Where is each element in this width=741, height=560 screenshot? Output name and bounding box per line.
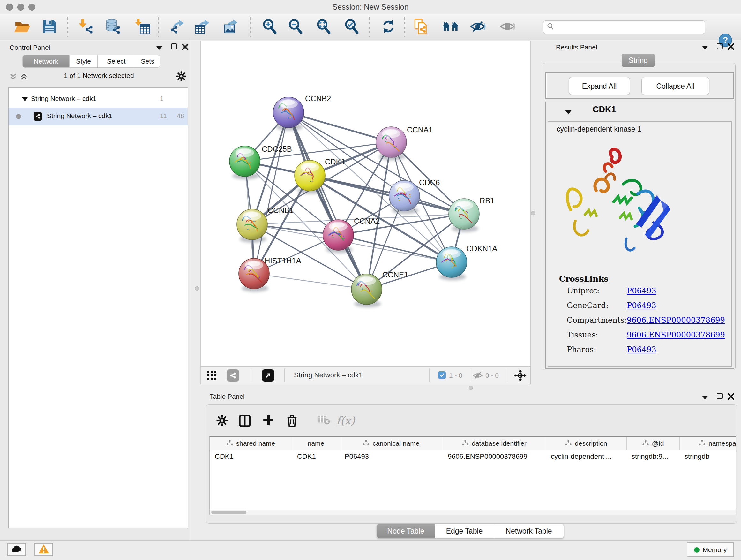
table-panel-undock-icon[interactable] <box>717 393 723 400</box>
table-panel-float-icon[interactable] <box>702 395 708 401</box>
column-header--id[interactable]: @id <box>626 437 679 450</box>
results-panel-undock-icon[interactable] <box>717 43 723 51</box>
collapse-all-tree-icon[interactable] <box>9 72 17 82</box>
add-column-icon[interactable] <box>262 414 274 426</box>
open-in-window-icon[interactable] <box>262 369 274 381</box>
network-node-ccna2[interactable] <box>323 220 354 253</box>
network-node-rb1[interactable] <box>449 199 479 232</box>
open-session-button[interactable] <box>13 17 31 37</box>
tab-select[interactable]: Select <box>98 55 135 68</box>
crosslink-value-link[interactable]: 9606.ENSP00000378699 <box>627 330 725 339</box>
right-splitter-handle[interactable] <box>531 211 535 215</box>
hidden-eye-icon[interactable] <box>473 371 483 381</box>
network-edge[interactable] <box>310 176 464 214</box>
table-cell[interactable]: stringdb <box>679 450 736 463</box>
left-splitter-handle[interactable] <box>195 287 199 291</box>
tab-node-table[interactable]: Node Table <box>377 523 435 538</box>
crosslink-value-link[interactable]: P06493 <box>627 301 657 310</box>
export-network-button[interactable] <box>168 17 186 37</box>
table-horizontal-scrollbar[interactable] <box>210 509 736 515</box>
control-panel-close-icon[interactable] <box>181 43 189 52</box>
delete-column-icon[interactable] <box>286 414 298 428</box>
table-cell[interactable]: stringdb:9... <box>626 450 679 463</box>
crosslink-value-link[interactable]: 9606.ENSP00000378699 <box>627 316 725 325</box>
column-header-name[interactable]: name <box>292 437 340 450</box>
column-header-canonical-name[interactable]: canonical name <box>340 437 443 450</box>
network-node-ccna1[interactable] <box>376 127 407 160</box>
table-cell[interactable]: cyclin-dependent ... <box>546 450 626 463</box>
zoom-selected-button[interactable] <box>343 17 360 37</box>
import-table-button[interactable] <box>133 17 151 37</box>
protein-collapse-icon[interactable] <box>565 110 571 116</box>
crosslink-value-link[interactable]: P06493 <box>627 287 657 295</box>
string-network-graph[interactable]: CCNB2CCNA1CDC25BCDK1CDC6RB1CCNB1CCNA2CDK… <box>201 41 530 366</box>
clone-network-button[interactable] <box>412 17 430 37</box>
control-panel-undock-icon[interactable] <box>171 44 177 51</box>
zoom-in-button[interactable] <box>261 17 279 37</box>
home-button[interactable] <box>442 17 460 37</box>
tab-sets[interactable]: Sets <box>135 55 160 68</box>
network-row-selected[interactable]: String Network – cdk1 11 48 <box>9 108 188 125</box>
import-database-button[interactable] <box>104 17 122 37</box>
scrollbar-thumb[interactable] <box>211 510 246 514</box>
table-panel-close-icon[interactable] <box>727 393 735 401</box>
tab-network[interactable]: Network <box>22 55 70 68</box>
network-options-gear-icon[interactable] <box>176 71 187 83</box>
grid-view-icon[interactable] <box>207 371 217 381</box>
table-settings-gear-icon[interactable] <box>216 414 228 427</box>
column-header-shared-name[interactable]: shared name <box>210 437 292 450</box>
network-node-ccnb2[interactable] <box>273 97 304 131</box>
network-collection-row[interactable]: String Network – cdk1 1 <box>9 91 188 108</box>
table-cell[interactable]: CDK1 <box>292 450 340 463</box>
column-header-database-identifier[interactable]: database identifier <box>443 437 546 450</box>
zoom-fit-button[interactable] <box>315 17 333 37</box>
network-share-view-icon[interactable] <box>227 369 239 381</box>
column-header-description[interactable]: description <box>546 437 626 450</box>
node-table[interactable]: shared namenamecanonical namedatabase id… <box>209 436 736 515</box>
tab-network-table[interactable]: Network Table <box>494 523 564 538</box>
show-columns-icon[interactable] <box>238 414 252 428</box>
zoom-out-button[interactable] <box>286 17 305 37</box>
network-view-canvas[interactable]: CCNB2CCNA1CDC25BCDK1CDC6RB1CCNB1CCNA2CDK… <box>200 41 531 366</box>
network-edge[interactable] <box>254 112 288 273</box>
export-image-button[interactable] <box>222 17 240 37</box>
tab-edge-table[interactable]: Edge Table <box>435 523 494 538</box>
network-node-cdkn1a[interactable] <box>436 247 467 280</box>
results-tab-string[interactable]: String <box>622 54 655 67</box>
expand-all-tree-icon[interactable] <box>20 72 28 82</box>
save-session-button[interactable] <box>41 17 58 37</box>
column-header-namespace[interactable]: namespace <box>679 437 736 450</box>
network-node-ccne1[interactable] <box>351 274 382 307</box>
control-panel-float-icon[interactable] <box>156 45 162 51</box>
search-input[interactable] <box>554 23 695 31</box>
refresh-layout-button[interactable] <box>380 17 397 37</box>
birdseye-navigator-icon[interactable] <box>514 369 526 383</box>
table-cell[interactable]: P06493 <box>340 450 443 463</box>
network-node-cdk1[interactable] <box>294 160 325 194</box>
control-panel-title: Control Panel <box>10 44 50 51</box>
network-node-ccnb1[interactable] <box>237 209 267 243</box>
results-panel-close-icon[interactable] <box>727 43 735 52</box>
tab-style[interactable]: Style <box>70 55 98 68</box>
crosslink-value-link[interactable]: P06493 <box>627 345 657 354</box>
selected-checkbox[interactable] <box>438 371 446 379</box>
table-cell[interactable]: 9606.ENSP00000378699 <box>443 450 546 463</box>
memory-button[interactable]: Memory <box>687 543 734 557</box>
network-edge[interactable] <box>288 112 391 142</box>
collapse-all-button[interactable]: Collapse All <box>642 77 710 95</box>
show-panel-button[interactable] <box>498 17 516 37</box>
cloud-status-button[interactable] <box>7 543 26 556</box>
horizontal-splitter-handle[interactable] <box>469 386 473 390</box>
results-panel-float-icon[interactable] <box>702 45 708 51</box>
import-network-button[interactable] <box>77 17 95 37</box>
network-edge[interactable] <box>338 235 452 262</box>
export-table-button[interactable] <box>193 17 211 37</box>
network-node-cdc25b[interactable] <box>229 146 260 179</box>
expand-all-button[interactable]: Expand All <box>569 77 630 95</box>
warning-status-button[interactable] <box>35 543 53 556</box>
table-cell[interactable]: CDK1 <box>210 450 292 463</box>
network-node-cdc6[interactable] <box>389 180 420 214</box>
network-edge[interactable] <box>254 273 367 289</box>
hide-panel-button[interactable] <box>469 17 487 37</box>
collection-expand-icon[interactable] <box>22 97 28 103</box>
